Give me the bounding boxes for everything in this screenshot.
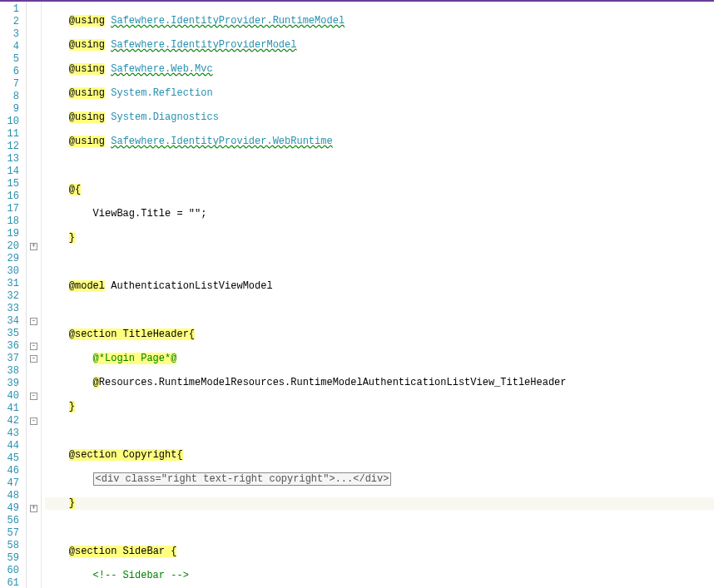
code-line[interactable]: @section SideBar { (45, 546, 714, 558)
code-line[interactable]: @*Login Page*@ (45, 353, 714, 365)
code-line[interactable]: @section Copyright{ (45, 449, 714, 462)
code-line[interactable]: } (45, 497, 714, 510)
code-line[interactable]: } (45, 232, 714, 245)
fold-toggle[interactable]: - (27, 413, 41, 426)
code-line[interactable] (45, 160, 714, 172)
code-line[interactable]: ViewBag.Title = ""; (45, 208, 714, 220)
code-line[interactable]: <div class="right text-right copyright">… (45, 473, 714, 486)
code-line[interactable]: @using System.Reflection (45, 87, 714, 100)
code-line[interactable]: } (45, 401, 714, 413)
fold-toggle[interactable]: - (27, 338, 41, 351)
code-line[interactable]: @using Safewhere.Web.Mvc (45, 63, 714, 76)
code-line[interactable]: @Resources.RuntimeModelResources.Runtime… (45, 377, 714, 389)
fold-toggle[interactable]: + (27, 501, 41, 513)
code-line[interactable]: @using Safewhere.IdentityProvider.WebRun… (45, 136, 714, 148)
fold-gutter: + - - - - - + (27, 2, 42, 588)
code-line[interactable]: @section TitleHeader{ (45, 329, 714, 341)
code-line[interactable]: @using Safewhere.IdentityProvider.Runtim… (45, 15, 714, 27)
code-line[interactable]: @{ (45, 184, 714, 196)
code-line[interactable] (45, 425, 714, 437)
code-line[interactable]: @using Safewhere.IdentityProviderModel (45, 39, 714, 52)
code-line[interactable] (45, 256, 714, 269)
code-editor[interactable]: 1 2 3 4 5 6 7 8 9 10 11 12 13 14 15 16 1… (0, 2, 714, 588)
fold-toggle[interactable]: + (27, 239, 41, 251)
code-line[interactable]: @model AuthenticationListViewModel (45, 280, 714, 293)
code-line[interactable] (45, 304, 714, 317)
code-line[interactable] (45, 521, 714, 534)
line-number-gutter: 1 2 3 4 5 6 7 8 9 10 11 12 13 14 15 16 1… (0, 2, 27, 588)
code-line[interactable]: @using System.Diagnostics (45, 111, 714, 124)
code-line[interactable]: <!-- Sidebar --> (45, 570, 714, 582)
fold-toggle[interactable]: - (27, 314, 41, 326)
fold-toggle[interactable]: - (27, 351, 41, 363)
fold-toggle[interactable]: - (27, 388, 41, 401)
code-area[interactable]: @using Safewhere.IdentityProvider.Runtim… (42, 2, 714, 588)
